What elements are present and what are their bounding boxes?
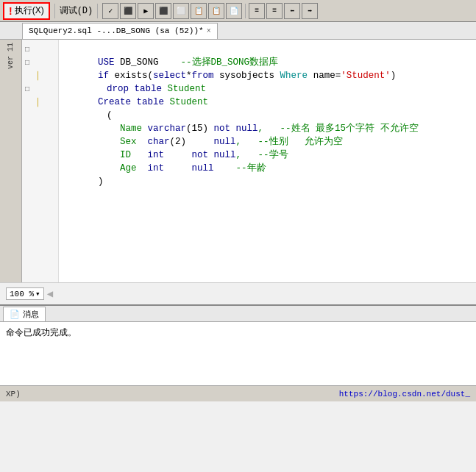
line-gutter: □ □ │ □ │ bbox=[22, 40, 59, 282]
tab-sqlquery2[interactable]: SQLQuery2.sql -...DB_SONG (sa (52))* × bbox=[22, 23, 218, 39]
close-paren: ) bbox=[98, 176, 104, 187]
code-line-6: Name varchar(15) not null, --姓名 最多15个字符 … bbox=[65, 109, 470, 122]
toolbar-separator bbox=[54, 4, 55, 18]
gutter-line-10 bbox=[22, 162, 58, 175]
sidebar-version-label: ver 11 bbox=[7, 43, 15, 69]
int-space-1 bbox=[164, 150, 192, 160]
toolbar-icon-7[interactable]: 📋 bbox=[208, 3, 224, 19]
output-content: 命令已成功完成。 bbox=[0, 322, 476, 385]
toolbar-icon-4[interactable]: ⬛ bbox=[155, 3, 171, 19]
tab-close-button[interactable]: × bbox=[207, 27, 211, 35]
toolbar-icon-5[interactable]: ⬜ bbox=[173, 3, 189, 19]
kw-exists-open: exists( bbox=[115, 71, 154, 81]
kw-select: select bbox=[153, 71, 186, 81]
zoom-bar: 100 % ▾ ◀ bbox=[0, 282, 476, 304]
kw-if: if bbox=[98, 71, 115, 81]
db-name: DB_SONG bbox=[120, 57, 159, 68]
toolbar-icon-8[interactable]: 📄 bbox=[226, 3, 242, 19]
indent-4 bbox=[98, 163, 120, 174]
code-editor[interactable]: USE DB_SONG --选择DB_SONG数据库 if exists(sel… bbox=[59, 40, 476, 282]
output-message: 命令已成功完成。 bbox=[6, 328, 77, 338]
col-age: Age bbox=[120, 163, 148, 174]
toolbar-separator2 bbox=[97, 4, 98, 18]
toolbar-icon-1[interactable]: ✓ bbox=[102, 3, 118, 19]
indent-3 bbox=[98, 150, 120, 160]
status-bar: XP) https://blog.csdn.net/dust_ bbox=[0, 385, 476, 401]
toolbar-icon-11[interactable]: ⬅ bbox=[284, 3, 300, 19]
toolbar-icon-3[interactable]: ▶ bbox=[138, 3, 154, 19]
gutter-line-4: □ bbox=[22, 82, 58, 96]
fold-icon-1[interactable]: □ bbox=[25, 46, 29, 54]
tbl-student-2: Student bbox=[170, 97, 209, 107]
kw-where: Where bbox=[280, 71, 308, 81]
comment-name: , --姓名 最多15个字符 不允许空 bbox=[258, 124, 419, 134]
gutter-line-2: □ bbox=[22, 56, 58, 69]
gutter-line-3: │ bbox=[22, 69, 58, 82]
debug-menu[interactable]: 调试(D) bbox=[60, 4, 93, 17]
comment-age: --年龄 bbox=[214, 163, 266, 174]
comment-1: --选择DB_SONG数据库 bbox=[159, 57, 279, 68]
int-space-2 bbox=[164, 163, 192, 174]
kw-not-null-2: not null bbox=[192, 150, 236, 160]
comment-id: , --学号 bbox=[236, 150, 288, 160]
type-char: char bbox=[148, 137, 170, 147]
zoom-level: 100 % bbox=[10, 290, 34, 298]
kw-sysobjects: sysobjects bbox=[219, 71, 280, 81]
editor-area: ver 11 □ □ │ □ │ USE DB_SONG --选择DB_SONG… bbox=[0, 40, 476, 282]
col-name: Name bbox=[120, 124, 148, 134]
kw-table-1: table bbox=[135, 84, 168, 94]
toolbar-icons: ✓ ⬛ ▶ ⬛ ⬜ 📋 📋 📄 ≡ ≡ ⬅ ➡ bbox=[102, 3, 318, 19]
output-panel: 📄 消息 命令已成功完成。 bbox=[0, 304, 476, 385]
col-id: ID bbox=[120, 150, 148, 160]
kw-from: from bbox=[192, 71, 220, 81]
kw-null-1: null bbox=[214, 137, 236, 147]
open-paren: ( bbox=[107, 110, 113, 121]
kw-name-eq: name= bbox=[308, 71, 341, 81]
gutter-line-7 bbox=[22, 122, 58, 135]
status-left: XP) bbox=[6, 390, 21, 398]
toolbar-icon-6[interactable]: 📋 bbox=[191, 3, 207, 19]
kw-paren-close: ) bbox=[391, 71, 397, 81]
exclamation-icon: ! bbox=[9, 5, 13, 17]
tab-bar: SQLQuery2.sql -...DB_SONG (sa (52))* × bbox=[0, 22, 476, 40]
zoom-dropdown-icon: ▾ bbox=[35, 289, 40, 298]
output-tab-icon: 📄 bbox=[10, 310, 20, 319]
output-tab-bar: 📄 消息 bbox=[0, 306, 476, 322]
left-sidebar: ver 11 bbox=[0, 40, 22, 282]
fold-icon-4[interactable]: □ bbox=[25, 85, 29, 93]
kw-null-2: null bbox=[192, 163, 214, 174]
execute-label: 执行(X) bbox=[15, 4, 44, 17]
execute-button[interactable]: ! 执行(X) bbox=[3, 2, 50, 20]
comment-sex: , --性别 允许为空 bbox=[236, 137, 344, 147]
toolbar-icon-2[interactable]: ⬛ bbox=[120, 3, 136, 19]
kw-use: USE bbox=[98, 57, 120, 68]
kw-create: Create bbox=[98, 97, 137, 107]
indent-1 bbox=[98, 124, 120, 134]
kw-drop: drop bbox=[107, 84, 135, 94]
type-int-1: int bbox=[148, 150, 165, 160]
kw-star: * bbox=[186, 71, 192, 81]
toolbar-separator3 bbox=[245, 4, 246, 18]
zoom-scroll-left[interactable]: ◀ bbox=[47, 287, 53, 300]
status-right-url: https://blog.csdn.net/dust_ bbox=[339, 390, 470, 398]
main-toolbar: ! 执行(X) 调试(D) ✓ ⬛ ▶ ⬛ ⬜ 📋 📋 📄 ≡ ≡ ⬅ ➡ bbox=[0, 0, 476, 22]
kw-not-null-1: not null bbox=[214, 124, 258, 134]
toolbar-icon-12[interactable]: ➡ bbox=[302, 3, 318, 19]
toolbar-icon-10[interactable]: ≡ bbox=[266, 3, 283, 19]
toolbar-icon-9[interactable]: ≡ bbox=[249, 3, 265, 19]
col-sex: Sex bbox=[120, 137, 148, 147]
varchar-size: (15) bbox=[186, 124, 214, 134]
zoom-dropdown[interactable]: 100 % ▾ bbox=[6, 287, 44, 300]
indent-2 bbox=[98, 137, 120, 147]
gutter-line-8 bbox=[22, 135, 58, 149]
gutter-line-6 bbox=[22, 109, 58, 122]
gutter-line-5: │ bbox=[22, 96, 58, 109]
output-tab-messages[interactable]: 📄 消息 bbox=[3, 307, 46, 321]
kw-table-2: table bbox=[137, 97, 170, 107]
fold-icon-2[interactable]: □ bbox=[25, 59, 29, 67]
type-varchar: varchar bbox=[148, 124, 187, 134]
code-line-1: USE DB_SONG --选择DB_SONG数据库 bbox=[65, 43, 470, 56]
tab-title: SQLQuery2.sql -...DB_SONG (sa (52))* bbox=[29, 26, 204, 35]
output-tab-label: 消息 bbox=[23, 309, 39, 320]
string-student: 'Student' bbox=[341, 71, 391, 81]
